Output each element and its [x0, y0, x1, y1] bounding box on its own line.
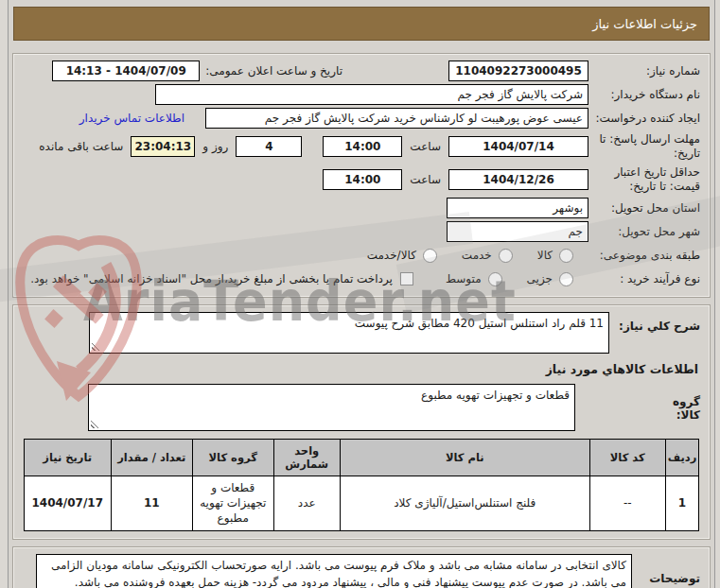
- col-item-name: نام کالا: [340, 440, 589, 476]
- reply-deadline-hour-label: ساعت: [410, 140, 441, 153]
- buyer-org-field[interactable]: شرکت پالایش گاز فجر جم: [155, 84, 588, 105]
- goods-table-row: 1 -- فلنج استنلس‌استیل/آلیاژی کلاد عدد ق…: [24, 476, 699, 531]
- row-subject-class: طبقه بندی موضوعی: کالا خدمت کالا/خدمت: [23, 244, 700, 267]
- buyer-notes-label: توضیحات خریدار:: [640, 554, 700, 588]
- radio-partial[interactable]: [559, 272, 573, 286]
- col-group: گروه کالا: [192, 440, 273, 476]
- days-sep-label: روز و: [202, 140, 228, 153]
- cell-need-date: 1404/07/17: [24, 476, 111, 531]
- price-validity-date-field[interactable]: 1404/12/26: [448, 169, 588, 190]
- radio-medium-label: متوسط: [446, 272, 482, 285]
- request-creator-field[interactable]: عیسی عوض پورهیبت لو کارشناس خرید شرکت پا…: [205, 108, 588, 129]
- need-desc-textarea[interactable]: 11 قلم راد استنلس استیل 420 مطابق شرح پی…: [89, 312, 609, 354]
- row-city: شهر محل تحویل: جم: [23, 220, 700, 243]
- cell-row-index: 1: [665, 476, 699, 531]
- page-title-bar: جزئیات اطلاعات نیاز: [13, 7, 710, 41]
- announce-datetime-field[interactable]: 1404/07/09 - 14:13: [52, 61, 200, 81]
- row-buyer-notes: توضیحات خریدار: کالای انتخابی در سامانه …: [23, 554, 700, 588]
- province-field[interactable]: بوشهر: [447, 198, 588, 218]
- need-desc-label: شرح کلي نیاز:: [609, 312, 700, 333]
- row-price-validity: حداقل تاریخ اعتبار قیمت: تا تاریخ: 1404/…: [23, 164, 700, 196]
- province-label: استان محل تحویل:: [588, 201, 700, 216]
- cell-quantity: 11: [111, 476, 192, 531]
- goods-table-header-row: ردیف کد کالا نام کالا واحد شمارش گروه کا…: [24, 440, 699, 476]
- row-province: استان محل تحویل: بوشهر: [23, 197, 700, 219]
- goods-group-textarea[interactable]: قطعات و تجهیزات تهویه مطبوع: [88, 384, 575, 431]
- countdown-timer: 23:04:13: [131, 136, 195, 157]
- announce-datetime-label: تاریخ و ساعت اعلان عمومی:: [205, 64, 342, 78]
- radio-partial-label: جزیی: [527, 272, 553, 285]
- col-item-code: کد کالا: [589, 440, 665, 476]
- need-info-section: شماره نیاز: 1104092273000495 تاریخ و ساع…: [12, 53, 711, 298]
- reply-deadline-time-field[interactable]: 14:00: [323, 136, 402, 157]
- need-number-field[interactable]: 1104092273000495: [448, 61, 588, 81]
- goods-info-section: شرح کلي نیاز: 11 قلم راد استنلس استیل 42…: [12, 304, 711, 540]
- row-purchase-type: نوع فرآیند خرید : جزیی متوسط پرداخت تمام…: [23, 268, 700, 290]
- price-validity-time-field[interactable]: 14:00: [323, 169, 402, 190]
- col-quantity: تعداد / مقدار: [111, 440, 192, 476]
- row-goods-group: گروه کالا: قطعات و تجهیزات تهویه مطبوع: [23, 384, 700, 431]
- price-validity-label: حداقل تاریخ اعتبار قیمت: تا تاریخ:: [588, 165, 700, 194]
- need-number-label: شماره نیاز:: [588, 64, 700, 78]
- cell-item-name: فلنج استنلس‌استیل/آلیاژی کلاد: [340, 476, 589, 531]
- col-row-index: ردیف: [665, 440, 699, 476]
- col-need-date: تاریخ نیاز: [24, 440, 111, 476]
- buyer-contact-link[interactable]: اطلاعات تماس خریدار: [79, 112, 184, 125]
- request-creator-label: ایجاد کننده درخواست:: [588, 112, 700, 126]
- city-field[interactable]: جم: [447, 221, 588, 242]
- radio-goods[interactable]: [559, 249, 573, 263]
- remaining-label: ساعت باقی مانده: [39, 140, 123, 153]
- row-request-creator: ایجاد کننده درخواست: عیسی عوض پورهیبت لو…: [23, 107, 700, 130]
- row-need-number: شماره نیاز: 1104092273000495 تاریخ و ساع…: [23, 60, 700, 82]
- radio-goods-service-label: کالا/خدمت: [367, 249, 416, 262]
- cell-group: قطعات و تجهیزات تهویه مطبوع: [192, 476, 273, 531]
- page-frame: جزئیات اطلاعات نیاز شماره نیاز: 11040922…: [8, 0, 715, 588]
- city-label: شهر محل تحویل:: [588, 225, 700, 239]
- days-left-field[interactable]: 4: [236, 136, 302, 157]
- radio-goods-service[interactable]: [423, 249, 437, 263]
- radio-medium[interactable]: [488, 272, 502, 286]
- page-title: جزئیات اطلاعات نیاز: [592, 17, 697, 31]
- radio-service-label: خدمت: [462, 249, 492, 262]
- buyer-notes-textarea[interactable]: کالای انتخابی در سامانه مشابه می باشد و …: [36, 554, 632, 588]
- reply-deadline-date-field[interactable]: 1404/07/14: [448, 136, 588, 157]
- purchase-type-label: نوع فرآیند خرید :: [588, 272, 700, 286]
- goods-section-header: اطلاعات کالاهاي مورد نیاز: [17, 362, 698, 376]
- col-unit: واحد شمارش: [273, 440, 340, 476]
- buyer-org-label: نام دستگاه خریدار:: [588, 88, 700, 102]
- price-validity-hour-label: ساعت: [410, 173, 441, 186]
- radio-service[interactable]: [499, 249, 513, 263]
- subject-class-label: طبقه بندی موضوعی:: [588, 249, 700, 263]
- buyer-notes-section: توضیحات خریدار: کالای انتخابی در سامانه …: [12, 546, 711, 588]
- treasury-docs-checkbox[interactable]: [400, 272, 413, 285]
- cell-unit: عدد: [273, 476, 340, 531]
- reply-deadline-label: مهلت ارسال پاسخ: تا تاریخ:: [588, 132, 700, 161]
- cell-item-code: --: [589, 476, 665, 531]
- treasury-docs-checkbox-label: پرداخت تمام یا بخشی از مبلغ خرید،از محل …: [30, 272, 393, 285]
- radio-goods-label: کالا: [537, 249, 553, 262]
- row-buyer-org: نام دستگاه خریدار: شرکت پالایش گاز فجر ج…: [23, 83, 700, 106]
- goods-table: ردیف کد کالا نام کالا واحد شمارش گروه کا…: [24, 439, 700, 531]
- goods-group-label: گروه کالا:: [647, 384, 700, 422]
- row-need-desc: شرح کلي نیاز: 11 قلم راد استنلس استیل 42…: [23, 312, 700, 354]
- row-reply-deadline: مهلت ارسال پاسخ: تا تاریخ: 1404/07/14 سا…: [23, 130, 700, 163]
